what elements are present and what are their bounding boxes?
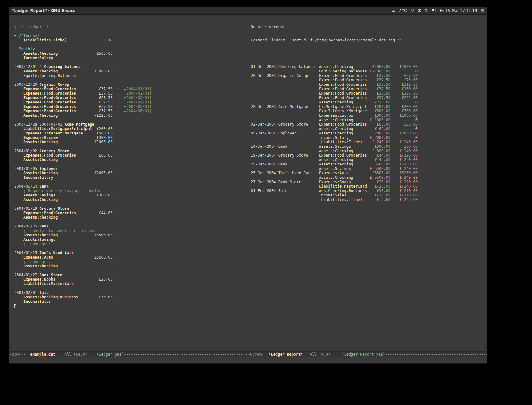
clock-label[interactable]: Fri 15 Mar 17:11:19 [440, 9, 477, 13]
source-line[interactable]: Assets:Checking £1000.00 [14, 69, 248, 73]
source-line[interactable]: ; -*- ledger -*- [14, 25, 248, 29]
source-line[interactable]: 2004/01/05 Employer [14, 166, 248, 171]
source-line[interactable]: Income:Salary [14, 56, 248, 60]
source-line[interactable] [14, 118, 248, 122]
report-row[interactable]: 27-Jan-2004 Book StoreExpenses:Books£20.… [251, 180, 487, 184]
source-line[interactable]: 2004/01/19 Grocery Store [14, 206, 248, 211]
source-line[interactable]: Assets:Savings £300.00 [14, 193, 248, 197]
report-row[interactable]: Expens:Food:Groceries£37.50£150.00 [251, 87, 487, 91]
report-row[interactable]: Income:Sales£-30.00£-240.00 [251, 193, 487, 197]
source-line[interactable]: ~ Monthly [14, 47, 248, 51]
modeline-source[interactable]: -U:@--- example.dat All (64,0) (Ledger y… [10, 351, 248, 357]
source-line[interactable] [14, 42, 248, 47]
report-row[interactable]: 25-Jan-2004 BankAssets:Checking£5500.00£… [251, 162, 487, 166]
source-line[interactable] [14, 220, 248, 224]
source-line[interactable]: Assets:Checking [14, 158, 248, 162]
gear-icon[interactable]: ⚙ [480, 9, 484, 13]
report-row[interactable]: Expens:Food:Groceries£37.50£75.00 [251, 78, 487, 82]
source-line[interactable] [14, 304, 248, 308]
report-row[interactable]: 25-Jan-2004 Tom's Used CarsExpenses:Auto… [251, 171, 487, 175]
source-line[interactable] [14, 162, 248, 166]
source-line[interactable]: Expenses:Food:Groceries £37.50 ; [=2004/… [14, 109, 248, 113]
source-line[interactable] [14, 29, 248, 34]
report-row[interactable]: 20-Dec-2003 Organic Co-opExpens:Food:Gro… [251, 73, 487, 78]
source-line[interactable]: Expenses:Food:Groceries £37.50 ; [=2004/… [14, 96, 248, 100]
source-line[interactable]: ; :nobudget: [14, 242, 248, 246]
source-line[interactable] [14, 60, 248, 65]
source-line[interactable]: Assets:Checking £5500.00 [14, 233, 248, 237]
source-line[interactable] [14, 268, 248, 273]
source-line[interactable]: ; Regular monthly savings transfer [14, 189, 248, 193]
report-row[interactable]: Liabilitie:MasterCard£-20.00£-240.00 [251, 184, 487, 189]
source-line[interactable]: = /^Income/ [14, 34, 248, 38]
report-row[interactable]: Assets:Checking£-44.00£-240.00 [251, 158, 487, 162]
source-line[interactable]: Liabilities:MasterCard [14, 282, 248, 286]
source-line[interactable]: 2004/01/25 Tom's Used Cars [14, 251, 248, 255]
source-line[interactable]: Assets:Savings [14, 237, 248, 242]
source-line[interactable]: Expenses:Books £20.00 [14, 277, 248, 282]
source-line[interactable] [14, 286, 248, 290]
source-line[interactable]: 2004/01/14 Bank [14, 184, 248, 189]
source-line[interactable]: 2004/02/01 Sale [14, 290, 248, 295]
report-row[interactable]: Assets:Checking£-300.00£-240.00 [251, 149, 487, 153]
source-line[interactable]: Expenses:Escrow £300.00 [14, 135, 248, 140]
source-line[interactable]: Assets:Checking [14, 264, 248, 268]
report-row[interactable]: Assets:Savings£-5500.00£-240.00 [251, 166, 487, 171]
network-icon[interactable]: ⇅ [425, 9, 428, 13]
source-line[interactable]: Expenses:Auto £5500.00 [14, 255, 248, 259]
volume-icon[interactable] [432, 8, 436, 13]
modeline-report[interactable]: -U:@%%- *Ledger Report* All (4,0) (Ledge… [248, 351, 487, 357]
report-row[interactable]: Assets:Checking£-5500.00£-240.00 [251, 175, 487, 180]
source-line[interactable]: Liabilities:Mortgage:Principal £200.00 [14, 127, 248, 131]
source-line[interactable] [14, 246, 248, 251]
window-titlebar[interactable]: *Ledger Report* - GNU Emacs ☁ 7 °C ↻ ✉ ⇅… [10, 7, 487, 15]
report-row[interactable]: 14-Jan-2004 BankAssets:Savings£300.00£60… [251, 144, 487, 149]
report-row[interactable]: 28-Dec-2003 Acme MortgageLi:Mortgage:Pri… [251, 104, 487, 109]
source-line[interactable]: Assets:Checking -£1000.00 [14, 140, 248, 144]
mail-icon[interactable]: ✉ [418, 9, 421, 13]
report-row[interactable]: (Liabilities:Tithe)£-240.00£-240.00 [251, 140, 487, 144]
report-row[interactable]: Expens:Food:Groceries£37.50£187.50 [251, 91, 487, 96]
source-line[interactable]: Assets:Checking £2000.00 [14, 171, 248, 175]
report-row[interactable]: 19-Jan-2004 Grocery StoreExpens:Food:Gro… [251, 153, 487, 158]
source-line[interactable] [14, 202, 248, 206]
source-line[interactable]: 2003/12/01 * Checking balance [14, 65, 248, 69]
source-line[interactable]: Expenses:Food:Groceries £37.50 ; [=2004/… [14, 104, 248, 109]
report-row[interactable]: Expens:Food:Groceries£37.50£225.00 [251, 96, 487, 100]
report-row[interactable]: Income:Salary£-2000.000 [251, 135, 487, 140]
source-line[interactable]: ; :nobudget: [14, 259, 248, 264]
source-line[interactable]: 2004/01/27 Book Store [14, 273, 248, 277]
source-line[interactable]: Assets:Checking [14, 215, 248, 220]
source-line[interactable]: Expenses:Food:Groceries £37.50 ; [=2004/… [14, 91, 248, 96]
source-line[interactable]: Expenses:Food:Groceries £65.00 [14, 153, 248, 158]
report-row[interactable]: (Liabilities:Tithe)£-3.60£-243.60 [251, 197, 487, 202]
refresh-icon[interactable]: ↻ [410, 8, 415, 13]
report-row[interactable]: Expenses:Escrow£300.00£1000.00 [251, 113, 487, 118]
source-line[interactable]: 2003/12/20 Organic Co-op [14, 82, 248, 87]
report-row[interactable]: Assets:Checking£-225.000 [251, 100, 487, 104]
report-row[interactable]: Expens:Food:Groceries£37.50£112.50 [251, 82, 487, 87]
source-line[interactable]: Expenses:Interest:Mortgage £500.00 [14, 131, 248, 135]
source-line[interactable]: Assets:Checking [14, 197, 248, 202]
source-line[interactable]: 2004/01/02 Grocery Store [14, 149, 248, 153]
ledger-report-window[interactable]: Report: account Command: ledger --sort d… [248, 15, 487, 351]
source-line[interactable]: Expenses:Food:Groceries £37.50 ; [=2004/… [14, 87, 248, 91]
report-row[interactable]: 05-Jan-2004 EmployerAssets:Checking£2000… [251, 131, 487, 135]
source-line[interactable] [14, 78, 248, 82]
source-line[interactable]: Expenses:Food:Groceries £44.00 [14, 211, 248, 215]
source-line[interactable]: ; Transfer to cover car purchase [14, 228, 248, 233]
report-row[interactable]: Assets:Checking£-1000.000 [251, 118, 487, 122]
source-line[interactable] [14, 144, 248, 149]
report-row[interactable]: 01-Dec-2003 Checking balanceAssets:Check… [251, 65, 487, 69]
source-line[interactable]: Income:Sales [14, 299, 248, 304]
minibuffer[interactable] [10, 357, 487, 363]
source-line[interactable]: Assets:Checking £500.00 [14, 51, 248, 56]
source-line[interactable]: Income:Salary [14, 175, 248, 180]
ledger-source-window[interactable]: ; -*- ledger -*-= /^Income/ (Liabilities… [10, 15, 248, 351]
source-line[interactable]: Assets:Checking -£225.00 [14, 113, 248, 118]
report-row[interactable]: 02-Jan-2004 Grocery StoreExpens:Food:Gro… [251, 122, 487, 127]
source-line[interactable]: (Liabilities:Tithe) 0.12 [14, 38, 248, 42]
source-line[interactable]: Expenses:Food:Groceries £37.50 ; [=2004/… [14, 100, 248, 104]
report-row[interactable]: 01-Feb-2004 SaleAss:Checking:Business£30… [251, 189, 487, 193]
report-row[interactable]: Assets:Checking£-65.000 [251, 127, 487, 131]
